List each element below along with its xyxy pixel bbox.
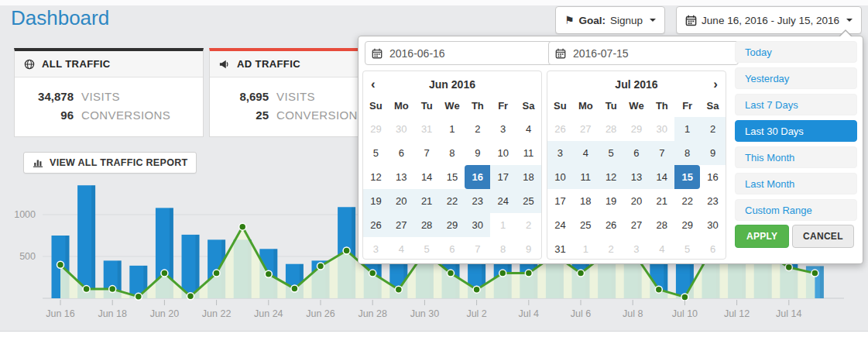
calendar-day[interactable]: 15 <box>440 165 465 189</box>
preset-custom-range[interactable]: Custom Range <box>735 199 857 221</box>
calendar-day[interactable]: 7 <box>414 141 440 165</box>
date-range-button[interactable]: June 16, 2016 - July 15, 2016 <box>676 6 862 34</box>
calendar-day[interactable]: 5 <box>363 141 389 165</box>
end-date-field[interactable] <box>548 41 739 65</box>
start-date-input[interactable] <box>388 46 548 60</box>
calendar-day[interactable]: 18 <box>573 189 599 213</box>
end-date-input[interactable] <box>571 46 732 60</box>
calendar-day[interactable]: 20 <box>389 189 414 213</box>
calendar-day[interactable]: 11 <box>573 165 599 189</box>
calendar-day[interactable]: 9 <box>700 141 726 165</box>
view-all-traffic-report-button[interactable]: VIEW ALL TRAFFIC REPORT <box>23 152 197 174</box>
calendar-day[interactable]: 29 <box>674 213 700 237</box>
calendar-day[interactable]: 8 <box>490 237 516 261</box>
calendar-day[interactable]: 17 <box>490 165 516 189</box>
next-month-icon[interactable]: › <box>713 75 718 93</box>
cancel-button[interactable]: CANCEL <box>792 225 854 248</box>
calendar-day[interactable]: 25 <box>573 213 599 237</box>
calendar-day[interactable]: 30 <box>700 213 726 237</box>
calendar-day[interactable]: 1 <box>674 117 700 141</box>
calendar-day[interactable]: 17 <box>547 189 573 213</box>
calendar-day[interactable]: 5 <box>599 141 624 165</box>
calendar-day[interactable]: 24 <box>490 189 516 213</box>
calendar-day[interactable]: 13 <box>624 165 650 189</box>
calendar-day[interactable]: 26 <box>599 213 624 237</box>
calendar-day[interactable]: 19 <box>599 189 624 213</box>
calendar-day[interactable]: 22 <box>674 189 700 213</box>
calendar-day[interactable]: 21 <box>414 189 440 213</box>
calendar-day[interactable]: 18 <box>516 165 541 189</box>
calendar-day[interactable]: 14 <box>414 165 440 189</box>
calendar-day[interactable]: 29 <box>440 213 465 237</box>
calendar-day[interactable]: 8 <box>674 141 700 165</box>
calendar-day[interactable]: 23 <box>465 189 490 213</box>
preset-today[interactable]: Today <box>735 41 857 63</box>
calendar-day[interactable]: 6 <box>624 141 650 165</box>
calendar-day[interactable]: 7 <box>649 141 674 165</box>
calendar-day[interactable]: 11 <box>516 141 541 165</box>
calendar-day[interactable]: 8 <box>440 141 465 165</box>
calendar-day[interactable]: 15 <box>674 165 700 189</box>
calendar-day[interactable]: 28 <box>599 117 624 141</box>
calendar-day[interactable]: 3 <box>490 117 516 141</box>
calendar-day[interactable]: 22 <box>440 189 465 213</box>
calendar-day[interactable]: 26 <box>363 213 389 237</box>
calendar-day[interactable]: 5 <box>414 237 440 261</box>
calendar-day[interactable]: 13 <box>389 165 414 189</box>
calendar-day[interactable]: 27 <box>624 213 650 237</box>
calendar-day[interactable]: 4 <box>389 237 414 261</box>
calendar-day[interactable]: 20 <box>624 189 650 213</box>
calendar-day[interactable]: 9 <box>465 141 490 165</box>
calendar-day[interactable]: 23 <box>700 189 726 213</box>
calendar-day[interactable]: 2 <box>516 213 541 237</box>
calendar-day[interactable]: 10 <box>547 165 573 189</box>
calendar-day[interactable]: 28 <box>414 213 440 237</box>
calendar-day[interactable]: 21 <box>649 189 674 213</box>
goal-selector-button[interactable]: ⚑ Goal: Signup <box>555 6 665 34</box>
calendar-day[interactable]: 28 <box>649 213 674 237</box>
calendar-day[interactable]: 16 <box>465 165 490 189</box>
preset-last-30-days[interactable]: Last 30 Days <box>735 120 857 142</box>
calendar-day[interactable]: 5 <box>674 237 700 261</box>
calendar-day[interactable]: 30 <box>389 117 414 141</box>
calendar-day[interactable]: 4 <box>649 237 674 261</box>
calendar-day[interactable]: 31 <box>547 237 573 261</box>
calendar-day[interactable]: 12 <box>363 165 389 189</box>
calendar-day[interactable]: 16 <box>700 165 726 189</box>
calendar-day[interactable]: 30 <box>465 213 490 237</box>
calendar-day[interactable]: 6 <box>440 237 465 261</box>
calendar-day[interactable]: 30 <box>649 117 674 141</box>
calendar-day[interactable]: 1 <box>573 237 599 261</box>
calendar-day[interactable]: 14 <box>649 165 674 189</box>
calendar-day[interactable]: 27 <box>389 213 414 237</box>
calendar-day[interactable]: 29 <box>624 117 650 141</box>
preset-last-month[interactable]: Last Month <box>735 173 857 194</box>
calendar-day[interactable]: 19 <box>363 189 389 213</box>
preset-yesterday[interactable]: Yesterday <box>735 67 857 89</box>
prev-month-icon[interactable]: ‹ <box>371 75 376 93</box>
calendar-day[interactable]: 2 <box>465 117 490 141</box>
calendar-day[interactable]: 2 <box>599 237 624 261</box>
preset-this-month[interactable]: This Month <box>735 146 857 168</box>
calendar-day[interactable]: 1 <box>440 117 465 141</box>
calendar-day[interactable]: 4 <box>573 141 599 165</box>
calendar-day[interactable]: 6 <box>389 141 414 165</box>
calendar-day[interactable]: 10 <box>490 141 516 165</box>
calendar-day[interactable]: 2 <box>700 117 726 141</box>
calendar-day[interactable]: 24 <box>547 213 573 237</box>
calendar-day[interactable]: 3 <box>624 237 650 261</box>
calendar-day[interactable]: 6 <box>700 237 726 261</box>
calendar-day[interactable]: 9 <box>516 237 541 261</box>
calendar-day[interactable]: 26 <box>547 117 573 141</box>
calendar-day[interactable]: 1 <box>490 213 516 237</box>
calendar-day[interactable]: 27 <box>573 117 599 141</box>
calendar-day[interactable]: 12 <box>599 165 624 189</box>
calendar-day[interactable]: 31 <box>414 117 440 141</box>
calendar-day[interactable]: 3 <box>363 237 389 261</box>
calendar-day[interactable]: 7 <box>465 237 490 261</box>
start-date-field[interactable] <box>365 41 555 65</box>
preset-last-7-days[interactable]: Last 7 Days <box>735 94 857 115</box>
apply-button[interactable]: APPLY <box>735 225 789 248</box>
calendar-day[interactable]: 25 <box>516 189 541 213</box>
calendar-day[interactable]: 29 <box>363 117 389 141</box>
